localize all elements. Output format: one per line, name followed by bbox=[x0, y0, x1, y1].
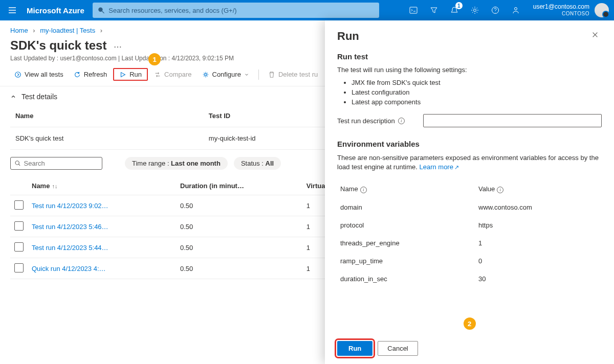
test-run-desc-input[interactable] bbox=[423, 114, 602, 127]
runs-col-name[interactable]: Name bbox=[32, 182, 50, 190]
table-row: domainwww.contoso.com bbox=[337, 198, 602, 216]
compare-button: Compare bbox=[150, 69, 195, 80]
run-name-link[interactable]: Quick run 4/12/2023 4:… bbox=[32, 265, 106, 272]
user-org: CONTOSO bbox=[533, 11, 589, 17]
callout-2: 2 bbox=[464, 317, 476, 330]
test-run-desc-label: Test run description i bbox=[337, 117, 419, 125]
play-icon bbox=[119, 71, 126, 78]
avatar[interactable] bbox=[595, 3, 609, 17]
topbar: Microsoft Azure 1 user1@contoso.com CONT… bbox=[0, 0, 614, 20]
callout-1: 1 bbox=[148, 53, 161, 65]
refresh-button[interactable]: Refresh bbox=[70, 69, 112, 80]
env-heading: Environment variables bbox=[337, 140, 602, 148]
run-settings-list: JMX file from SDK's quick testLatest con… bbox=[337, 79, 602, 106]
search-icon bbox=[98, 7, 104, 14]
table-row: duration_in_sec30 bbox=[337, 270, 602, 288]
trash-icon bbox=[268, 71, 275, 78]
notification-badge: 1 bbox=[455, 2, 463, 9]
svg-rect-1 bbox=[410, 7, 417, 13]
row-checkbox[interactable] bbox=[14, 221, 24, 231]
runs-search-input[interactable] bbox=[24, 160, 98, 167]
notifications-icon[interactable]: 1 bbox=[444, 0, 465, 20]
delete-test-run-button: Delete test ru bbox=[264, 69, 322, 80]
learn-more-link[interactable]: Learn more↗ bbox=[419, 163, 458, 171]
run-name-link[interactable]: Test run 4/12/2023 5:44… bbox=[32, 244, 108, 252]
row-checkbox[interactable] bbox=[14, 200, 24, 210]
svg-point-2 bbox=[473, 9, 476, 12]
sort-icon[interactable]: ↑↓ bbox=[50, 183, 57, 189]
run-name-link[interactable]: Test run 4/12/2023 5:46… bbox=[32, 223, 108, 231]
list-item: Latest configuration bbox=[352, 88, 602, 96]
settings-icon[interactable] bbox=[465, 0, 485, 20]
run-test-intro: The test will run using the following se… bbox=[337, 66, 602, 74]
run-side-panel: Run Run test The test will run using the… bbox=[325, 20, 614, 364]
table-row: protocolhttps bbox=[337, 216, 602, 234]
close-panel-button[interactable] bbox=[591, 31, 602, 41]
table-row: threads_per_engine1 bbox=[337, 234, 602, 252]
close-icon bbox=[591, 31, 599, 38]
svg-point-6 bbox=[204, 73, 206, 75]
svg-point-5 bbox=[15, 72, 21, 77]
breadcrumb-tests[interactable]: my-loadtest | Tests bbox=[40, 27, 95, 34]
env-col-name: Namei bbox=[337, 180, 475, 198]
env-col-value: Valuei bbox=[475, 180, 602, 198]
breadcrumb-home[interactable]: Home bbox=[10, 27, 28, 34]
info-icon[interactable]: i bbox=[497, 187, 503, 193]
run-button[interactable]: Run bbox=[113, 68, 148, 81]
chevron-up-icon bbox=[10, 94, 16, 100]
list-item: JMX file from SDK's quick test bbox=[352, 79, 602, 86]
help-icon[interactable] bbox=[485, 0, 506, 20]
panel-cancel-button[interactable]: Cancel bbox=[378, 341, 418, 356]
run-test-heading: Run test bbox=[337, 52, 602, 61]
runs-col-duration[interactable]: Duration (in minut… bbox=[176, 177, 302, 195]
arrow-right-icon bbox=[14, 71, 21, 78]
configure-button[interactable]: Configure bbox=[198, 69, 253, 80]
panel-title: Run bbox=[337, 30, 359, 43]
status-filter[interactable]: Status : All bbox=[234, 157, 281, 170]
run-name-link[interactable]: Test run 4/12/2023 9:02… bbox=[32, 202, 108, 210]
filter-icon[interactable] bbox=[424, 0, 444, 20]
search-icon bbox=[15, 160, 21, 167]
info-icon[interactable]: i bbox=[360, 187, 367, 193]
table-row: ramp_up_time0 bbox=[337, 252, 602, 270]
global-search[interactable] bbox=[93, 3, 379, 18]
runs-search[interactable] bbox=[10, 157, 102, 170]
cloud-shell-icon[interactable] bbox=[403, 0, 424, 20]
global-search-input[interactable] bbox=[108, 7, 374, 14]
row-checkbox[interactable] bbox=[14, 263, 24, 272]
list-item: Latest app components bbox=[352, 98, 602, 106]
user-email: user1@contoso.com bbox=[533, 4, 589, 11]
chevron-down-icon bbox=[244, 71, 249, 78]
page-title: SDK's quick test bbox=[10, 38, 106, 53]
brand-label[interactable]: Microsoft Azure bbox=[25, 6, 93, 15]
svg-point-4 bbox=[514, 8, 517, 10]
time-range-filter[interactable]: Time range : Last one month bbox=[125, 157, 228, 170]
refresh-icon bbox=[74, 71, 81, 78]
gear-icon bbox=[202, 71, 209, 78]
col-name: Name bbox=[10, 105, 204, 127]
env-intro: These are non-sensitive parameters expos… bbox=[337, 153, 602, 172]
panel-run-button[interactable]: Run bbox=[337, 341, 372, 356]
view-all-tests-button[interactable]: View all tests bbox=[10, 69, 68, 80]
more-actions-icon[interactable]: ⋯ bbox=[114, 42, 123, 52]
env-variables-table: Namei Valuei domainwww.contoso.comprotoc… bbox=[337, 180, 602, 288]
user-menu[interactable]: user1@contoso.com CONTOSO bbox=[526, 4, 595, 16]
info-icon[interactable]: i bbox=[398, 118, 405, 124]
row-checkbox[interactable] bbox=[14, 242, 24, 252]
compare-icon bbox=[154, 71, 161, 78]
hamburger-menu[interactable] bbox=[0, 6, 25, 14]
feedback-icon[interactable] bbox=[506, 0, 526, 20]
